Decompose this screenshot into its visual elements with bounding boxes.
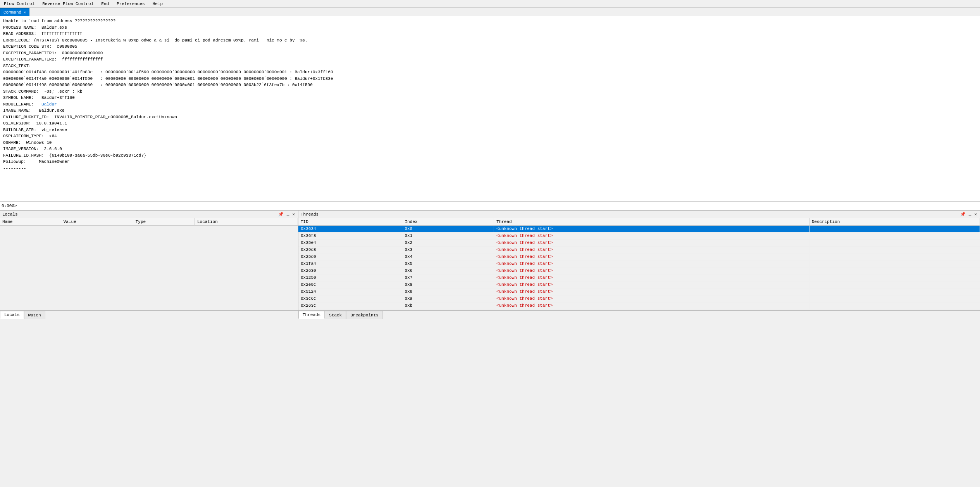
thread-index: 0x7 [402, 274, 494, 281]
thread-row[interactable]: 0x26300x6<unknown thread start> [298, 267, 980, 274]
thread-tid: 0x29d8 [298, 246, 402, 253]
menu-flow-control[interactable]: Flow Control [0, 1, 38, 7]
thread-index: 0x0 [402, 225, 494, 232]
threads-tab-stack[interactable]: Stack [325, 311, 346, 319]
thread-description [809, 253, 980, 260]
locals-minimize-button[interactable]: _ [286, 212, 290, 217]
bottom-panels: Locals 📌 _ ✕ Name Value Type Location [0, 210, 980, 319]
thread-description [809, 260, 980, 267]
thread-tid: 0x3634 [298, 225, 402, 232]
thread-tid: 0x1250 [298, 274, 402, 281]
threads-panel: Threads 📌 _ ✕ TID Index Thread Descripti… [298, 211, 980, 319]
thread-description [809, 288, 980, 295]
threads-panel-header: Threads 📌 _ ✕ [298, 211, 980, 218]
tab-command-label: Command [3, 10, 21, 15]
locals-col-value: Value [61, 218, 133, 225]
thread-row[interactable]: 0x36340x0<unknown thread start> [298, 225, 980, 232]
thread-index: 0x3 [402, 246, 494, 253]
thread-row[interactable]: 0x263c0xb<unknown thread start> [298, 302, 980, 309]
thread-row[interactable]: 0x12500x7<unknown thread start> [298, 274, 980, 281]
thread-index: 0x5 [402, 260, 494, 267]
menu-end[interactable]: End [97, 1, 113, 7]
thread-index: 0xb [402, 302, 494, 309]
thread-tid: 0x2630 [298, 267, 402, 274]
thread-row[interactable]: 0x29d80x3<unknown thread start> [298, 246, 980, 253]
thread-name: <unknown thread start> [494, 225, 809, 232]
threads-col-index: Index [402, 218, 494, 225]
locals-col-name: Name [0, 218, 61, 225]
thread-tid: 0x1fa4 [298, 260, 402, 267]
thread-description [809, 246, 980, 253]
tab-bar: Command ✕ [0, 8, 980, 16]
thread-tid: 0x36f8 [298, 232, 402, 239]
locals-close-button[interactable]: ✕ [291, 212, 296, 217]
thread-name: <unknown thread start> [494, 260, 809, 267]
locals-panel-controls: 📌 _ ✕ [277, 212, 296, 217]
thread-name: <unknown thread start> [494, 288, 809, 295]
locals-panel-title: Locals [2, 212, 18, 217]
thread-tid: 0x2e9c [298, 281, 402, 288]
thread-tid: 0x25d0 [298, 253, 402, 260]
thread-row[interactable]: 0x3c6c0xa<unknown thread start> [298, 295, 980, 302]
tab-close-icon[interactable]: ✕ [24, 10, 26, 15]
thread-name: <unknown thread start> [494, 267, 809, 274]
thread-name: <unknown thread start> [494, 232, 809, 239]
locals-pin-button[interactable]: 📌 [277, 212, 284, 217]
locals-panel-header: Locals 📌 _ ✕ [0, 211, 298, 218]
threads-tab-bar: Threads Stack Breakpoints [298, 310, 980, 319]
threads-close-button[interactable]: ✕ [973, 212, 978, 217]
thread-description [809, 274, 980, 281]
thread-name: <unknown thread start> [494, 246, 809, 253]
thread-index: 0x1 [402, 232, 494, 239]
thread-index: 0x6 [402, 267, 494, 274]
thread-row[interactable]: 0x51240x9<unknown thread start> [298, 288, 980, 295]
main-content-area: Unable to load from address ????????????… [0, 16, 980, 202]
thread-description [809, 295, 980, 302]
threads-col-description: Description [809, 218, 980, 225]
locals-tab-watch[interactable]: Watch [24, 311, 45, 319]
thread-row[interactable]: 0x35e40x2<unknown thread start> [298, 239, 980, 246]
thread-index: 0xa [402, 295, 494, 302]
thread-name: <unknown thread start> [494, 253, 809, 260]
thread-description [809, 225, 980, 232]
thread-index: 0x2 [402, 239, 494, 246]
thread-tid: 0x263c [298, 302, 402, 309]
thread-name: <unknown thread start> [494, 281, 809, 288]
thread-row[interactable]: 0x36f80x1<unknown thread start> [298, 232, 980, 239]
locals-tab-bar: Locals Watch [0, 310, 298, 319]
thread-name: <unknown thread start> [494, 274, 809, 281]
module-name-link[interactable]: Baldur [41, 102, 57, 107]
thread-row[interactable]: 0x2e9c0x8<unknown thread start> [298, 281, 980, 288]
thread-index: 0x9 [402, 288, 494, 295]
menu-reverse-flow-control[interactable]: Reverse Flow Control [38, 1, 97, 7]
locals-col-type: Type [133, 218, 195, 225]
thread-row[interactable]: 0x25d00x4<unknown thread start> [298, 253, 980, 260]
thread-name: <unknown thread start> [494, 295, 809, 302]
command-prompt: 0:000> [2, 204, 17, 208]
menu-bar: Flow Control Reverse Flow Control End Pr… [0, 0, 980, 8]
threads-panel-title: Threads [301, 212, 319, 217]
thread-index: 0x4 [402, 253, 494, 260]
threads-minimize-button[interactable]: _ [968, 212, 972, 217]
menu-preferences[interactable]: Preferences [113, 1, 149, 7]
thread-description [809, 239, 980, 246]
threads-col-thread: Thread [494, 218, 809, 225]
threads-panel-controls: 📌 _ ✕ [959, 212, 978, 217]
thread-index: 0x8 [402, 281, 494, 288]
locals-panel: Locals 📌 _ ✕ Name Value Type Location [0, 211, 298, 319]
thread-tid: 0x3c6c [298, 295, 402, 302]
command-bar: 0:000> [0, 202, 980, 210]
thread-name: <unknown thread start> [494, 239, 809, 246]
thread-tid: 0x35e4 [298, 239, 402, 246]
thread-description [809, 302, 980, 309]
locals-tab-locals[interactable]: Locals [0, 311, 24, 319]
thread-tid: 0x5124 [298, 288, 402, 295]
command-input[interactable] [17, 204, 978, 208]
thread-description [809, 281, 980, 288]
threads-tab-threads[interactable]: Threads [298, 311, 325, 319]
threads-tab-breakpoints[interactable]: Breakpoints [346, 311, 383, 319]
thread-row[interactable]: 0x1fa40x5<unknown thread start> [298, 260, 980, 267]
menu-help[interactable]: Help [149, 1, 167, 7]
tab-command[interactable]: Command ✕ [0, 8, 29, 16]
threads-pin-button[interactable]: 📌 [959, 212, 966, 217]
